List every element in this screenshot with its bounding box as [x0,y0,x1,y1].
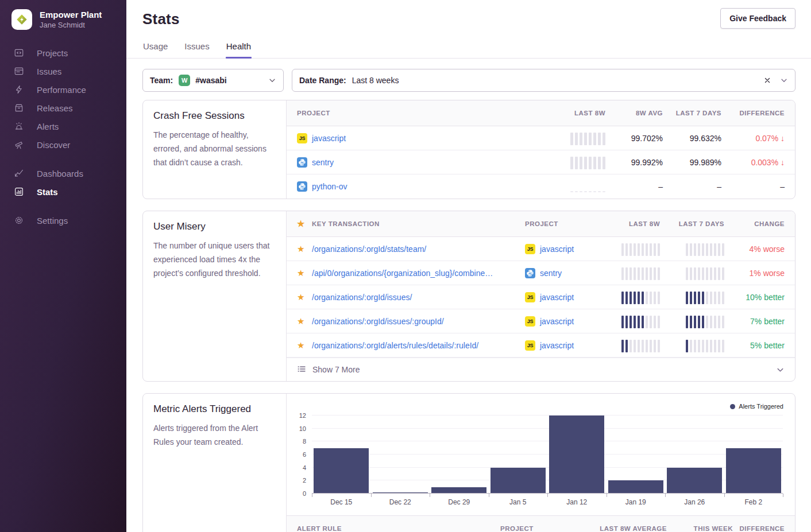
spark-bar [646,243,648,256]
metric-alerts-card: Metric Alerts Triggered Alerts triggered… [142,393,795,532]
table-row: python-ov – – – [287,174,795,199]
spark-bar [621,243,624,256]
releases-icon [14,103,24,113]
sidebar-item-label: Discover [37,140,70,150]
spark-bar [654,243,656,256]
user-misery-table: ★ KEY TRANSACTION PROJECT LAST 8W LAST 7… [287,211,795,381]
give-feedback-button[interactable]: Give Feedback [720,8,795,29]
sidebar-item-stats[interactable]: Stats [0,182,126,201]
sidebar-item-performance[interactable]: Performance [0,80,126,99]
project-link[interactable]: javascript [540,244,574,254]
card-title: User Misery [153,221,276,232]
transaction-link[interactable]: /organizations/:orgId/alerts/rules/detai… [312,341,478,350]
spark-bar [650,292,652,304]
sidebar-item-dashboards[interactable]: Dashboards [0,164,126,182]
spark-bar [646,292,648,304]
project-link[interactable]: javascript [540,293,574,302]
project-link[interactable]: sentry [312,158,334,167]
star-icon[interactable]: ★ [297,244,312,254]
org-user: Jane Schmidt [40,20,102,30]
spark-bar [702,267,704,280]
org-switcher[interactable]: Empower Plant Jane Schmidt [0,9,126,30]
metric-alerts-panel: Alerts Triggered 024681012 Dec 15Dec 22D… [287,394,795,532]
sidebar-item-releases[interactable]: Releases [0,99,126,117]
team-value: #wasabi [195,76,226,85]
sidebar-item-alerts[interactable]: Alerts [0,117,126,135]
x-axis-label: Jan 12 [547,498,607,506]
spark-bar [642,316,644,328]
spark-bar [654,267,656,280]
spark-bar [589,191,592,192]
sidebar-item-settings[interactable]: Settings [0,211,126,230]
spark-bar [654,292,656,304]
project-link[interactable]: python-ov [312,182,347,191]
spark-bar [634,292,636,304]
team-avatar: W [179,75,190,86]
spark-bar [702,292,704,304]
spark-bar [570,157,573,169]
transaction-link[interactable]: /organizations/:orgId/issues/:groupId/ [312,317,444,326]
spark-bar [706,316,708,328]
sparkline [686,242,724,256]
card-description: Alerts triggered from the Alert Rules yo… [153,421,276,449]
tab-bar: Usage Issues Health [126,38,811,59]
column-header-change: CHANGE [724,220,785,227]
spark-bar [690,267,692,280]
sparkline [686,339,724,352]
star-icon[interactable]: ★ [297,268,312,278]
transaction-link[interactable]: /organizations/:orgId/issues/ [312,293,412,302]
project-link[interactable]: javascript [540,341,574,350]
x-axis-line [312,493,783,494]
spark-bar [718,243,720,256]
tab-health[interactable]: Health [226,38,252,58]
sidebar-item-label: Projects [37,48,68,58]
spark-bar [646,316,648,328]
transaction-link[interactable]: /api/0/organizations/{organization_slug}… [312,269,493,278]
spark-bar [686,340,688,352]
dashboards-icon [14,168,24,178]
sidebar-item-label: Settings [37,216,68,226]
sidebar-item-label: Alerts [37,122,59,131]
spark-bar [698,243,700,256]
project-link[interactable]: sentry [540,269,562,278]
bar-series [312,415,783,494]
spark-bar [575,191,578,192]
star-icon[interactable]: ★ [297,292,312,302]
clear-icon[interactable] [763,76,771,84]
spark-bar [603,191,605,192]
show-more-button[interactable]: Show 7 More [287,358,795,381]
star-icon[interactable]: ★ [297,340,312,351]
x-axis-label: Jan 19 [607,498,666,506]
axis-tick [371,494,372,497]
date-range-select[interactable]: Date Range: Last 8 weeks [292,69,795,92]
alerts-chart-plot: 024681012 [312,415,783,494]
transaction-link[interactable]: /organizations/:orgId/stats/team/ [312,244,426,254]
spark-bar [642,340,644,352]
8w-avg-value: 99.992% [605,158,663,167]
y-axis-label: 12 [292,412,306,419]
change-value: 10% better [724,293,785,302]
star-icon[interactable]: ★ [297,316,312,327]
spark-bar [630,340,632,352]
column-header-project: PROJECT [500,525,586,532]
tab-issues[interactable]: Issues [184,38,210,58]
sidebar-item-issues[interactable]: Issues [0,62,126,80]
sparkline [621,339,660,352]
spark-bar [654,340,656,352]
tab-usage[interactable]: Usage [142,38,168,58]
sparkline [570,156,605,169]
discover-icon [14,139,24,150]
sparkline [570,180,605,193]
card-title: Metric Alerts Triggered [153,403,276,415]
team-select[interactable]: Team: W #wasabi [142,69,284,92]
spark-bar [584,133,587,145]
sidebar-item-discover[interactable]: Discover [0,135,126,154]
spark-bar [650,340,652,352]
project-link[interactable]: javascript [540,317,574,326]
project-link[interactable]: javascript [312,134,346,143]
sidebar-item-projects[interactable]: Projects [0,44,126,62]
python-platform-icon [525,268,535,278]
spark-bar [642,292,644,304]
8w-avg-value: 99.702% [605,134,663,143]
table-header: ALERT RULE PROJECT LAST 8W AVERAGE THIS … [287,515,795,532]
